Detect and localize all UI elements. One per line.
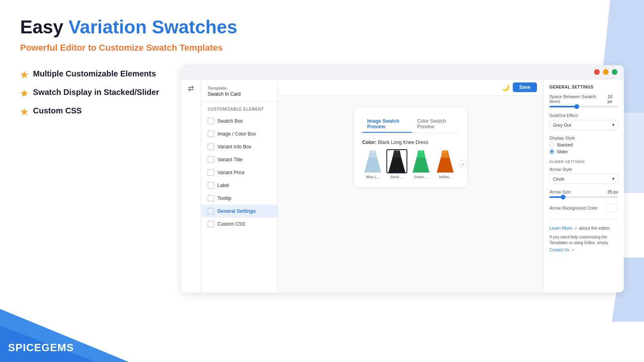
nav-item-label[interactable]: Label: [201, 179, 277, 192]
preview-card: Image Swatch Preview Color Swatch Previe…: [354, 108, 467, 187]
preview-tabs: Image Swatch Preview Color Swatch Previe…: [362, 116, 459, 133]
soldout-label: SoldOut Effect: [549, 113, 618, 118]
nav-item-custom-css[interactable]: Custom CSS: [201, 218, 277, 230]
swatch-label-yellow: Yellow...: [439, 175, 452, 179]
setting-arrow-size: Arrow Size 35 px: [549, 189, 618, 198]
setting-arrow-style: Arrow Style Circle ▾: [549, 167, 618, 184]
swatch-item-black[interactable]: Black ...: [386, 149, 407, 179]
display-style-radio-group: Stacked Slider: [549, 142, 618, 154]
sidebar-icons: ⇄: [181, 79, 201, 292]
nav-icon-variant-title: [208, 156, 214, 163]
color-value-text: Black Long Knee Dress: [378, 140, 428, 145]
slider-section-label: SLIDER SETTINGS: [549, 160, 618, 164]
space-slider-thumb[interactable]: [574, 104, 579, 109]
arrow-style-chevron-icon: ▾: [612, 176, 615, 181]
nav-icon-image-color-box: [208, 131, 214, 137]
space-slider-track[interactable]: [549, 106, 618, 107]
space-value: 10 px: [607, 94, 618, 104]
swatch-label-blue: Blue L...: [366, 175, 379, 179]
radio-slider[interactable]: Slider: [549, 149, 618, 154]
swatch-img-green: [411, 149, 431, 173]
svg-marker-4: [388, 158, 405, 173]
window-dot-red: [594, 69, 600, 75]
arrow-style-select[interactable]: Circle ▾: [549, 174, 618, 184]
radio-inner-slider: [551, 150, 553, 153]
nav-item-general-settings[interactable]: General Settings: [201, 205, 277, 218]
swatch-img-yellow: [435, 149, 456, 173]
svg-marker-10: [437, 158, 454, 173]
nav-icon-tooltip: [208, 195, 214, 202]
customizable-label: CUSTOMIZABLE ELEMENT: [201, 107, 277, 111]
arrow-style-label: Arrow Style: [549, 167, 618, 172]
theme-toggle-icon[interactable]: 🌙: [502, 84, 510, 91]
help-text: If you need help customizing the Templat…: [549, 234, 618, 246]
tab-color-swatch[interactable]: Color Swatch Preview: [412, 116, 459, 133]
arrow-size-slider-track[interactable]: [549, 196, 618, 198]
arrow-bg-color-row: Arrow Background Color: [549, 204, 618, 212]
arrow-bg-color-swatch[interactable]: [605, 204, 618, 212]
contact-us-link[interactable]: Contact Us: [549, 248, 569, 252]
setting-soldout: SoldOut Effect Grey Out ▾: [549, 113, 618, 130]
radio-circle-stacked: [549, 142, 554, 147]
arrow-size-value: 35 px: [607, 189, 618, 194]
tab-image-swatch[interactable]: Image Swatch Preview: [362, 116, 412, 133]
nav-icon-variant-info-box: [208, 144, 214, 150]
page-title: Easy Variation Swatches: [20, 16, 624, 38]
svg-point-11: [444, 150, 447, 153]
nav-item-tooltip[interactable]: Tooltip: [201, 192, 277, 205]
nav-item-swatch-box[interactable]: Swatch Box: [201, 115, 277, 128]
setting-display-style: Display Style Stacked: [549, 136, 618, 154]
template-section: Template Swatch In Card: [201, 86, 277, 102]
template-value: Swatch In Card: [208, 91, 271, 97]
editor-window: ⇄ Template Swatch In Card CUSTOMIZABLE E…: [181, 65, 624, 292]
window-titlebar: [181, 65, 624, 79]
left-nav: Template Swatch In Card CUSTOMIZABLE ELE…: [201, 79, 278, 292]
svg-marker-7: [413, 158, 429, 173]
star-icon-1: ★: [20, 70, 28, 80]
nav-icon-swatch-box: [208, 118, 214, 124]
sidebar-toggle-icon[interactable]: ⇄: [188, 84, 194, 93]
soldout-select[interactable]: Grey Out ▾: [549, 120, 618, 130]
star-icon-2: ★: [20, 88, 28, 99]
page-subtitle: Powerful Editor to Customize Swatch Temp…: [20, 43, 624, 53]
nav-icon-general-settings: [208, 208, 214, 214]
nav-item-variant-price[interactable]: Variant Price: [201, 166, 277, 179]
swatch-item-yellow[interactable]: Yellow...: [435, 149, 456, 179]
learn-more-link[interactable]: Learn More: [549, 226, 572, 230]
feature-item-3: ★ Custom CSS: [20, 106, 165, 117]
nav-item-variant-info-box[interactable]: Variant Info Box: [201, 140, 277, 153]
space-slider-fill: [549, 106, 577, 107]
nav-icon-variant-price: [208, 169, 214, 176]
arrow-size-slider-thumb[interactable]: [561, 195, 566, 200]
learn-more-section: Learn More ↗ about the editor. If you ne…: [549, 219, 618, 253]
swatch-next-arrow[interactable]: ›: [459, 160, 467, 168]
features-list: ★ Multiple Customizable Elements ★ Swatc…: [20, 69, 165, 117]
swatch-item-blue[interactable]: Blue L...: [362, 149, 383, 179]
swatch-label-black: Black ...: [390, 175, 403, 179]
swatch-label-green: Green ...: [414, 175, 428, 179]
svg-marker-1: [364, 158, 381, 173]
save-button[interactable]: Save: [513, 82, 537, 92]
swatch-item-green[interactable]: Green ...: [411, 149, 431, 179]
feature-item-1: ★ Multiple Customizable Elements: [20, 69, 165, 80]
svg-point-2: [371, 150, 374, 153]
radio-stacked[interactable]: Stacked: [549, 142, 618, 147]
setting-space-label: Space Between Swatch Items 10 px: [549, 94, 618, 104]
nav-icon-custom-css: [208, 221, 214, 227]
svg-point-8: [419, 150, 423, 153]
features-section: ★ Multiple Customizable Elements ★ Swatc…: [20, 65, 165, 125]
template-label: Template: [208, 86, 271, 90]
arrow-size-label: Arrow Size 35 px: [549, 189, 618, 194]
nav-item-image-color-box[interactable]: Image / Color Box: [201, 128, 277, 140]
nav-icon-label: [208, 182, 214, 189]
editor-window-container: ⇄ Template Swatch In Card CUSTOMIZABLE E…: [181, 65, 624, 292]
nav-item-variant-title[interactable]: Variant Title: [201, 153, 277, 166]
window-dot-green: [612, 69, 617, 75]
window-dot-yellow: [603, 69, 609, 75]
swatch-grid: Blue L...: [362, 149, 459, 179]
feature-item-2: ★ Swatch Display in Stacked/Slider: [20, 88, 165, 99]
editor-main: 🌙 Save Image Swatch Preview Color Swatch…: [278, 79, 543, 292]
learn-more-suffix: about the editor.: [579, 226, 611, 230]
settings-title: GENERAL SETTINGS: [549, 85, 618, 89]
brand-badge: SPICEGEMS: [8, 341, 74, 354]
